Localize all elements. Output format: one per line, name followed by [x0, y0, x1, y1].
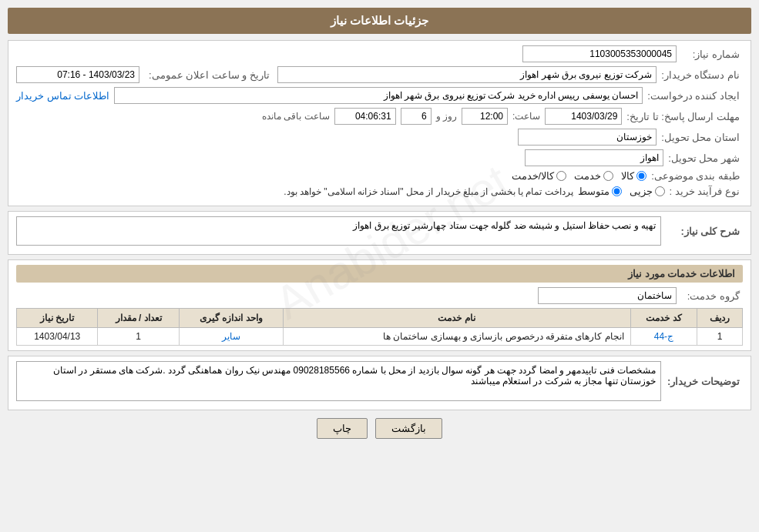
- col-quantity: تعداد / مقدار: [98, 309, 179, 328]
- services-section: اطلاعات خدمات مورد نیاز گروه خدمت: ردیف …: [8, 259, 751, 351]
- category-kala-khedmat[interactable]: کالا/خدمت: [512, 170, 567, 182]
- city-row: شهر محل تحویل:: [16, 149, 743, 166]
- category-kala-khedmat-label: کالا/خدمت: [512, 170, 555, 182]
- table-row: 1ج-44انجام کارهای متفرقه درخصوص بازسازی …: [17, 328, 743, 346]
- purchase-type-label: نوع فرآیند خرید :: [670, 186, 743, 197]
- deadline-remaining-label: ساعت باقی مانده: [262, 111, 330, 122]
- col-date: تاریخ نیاز: [17, 309, 98, 328]
- print-button[interactable]: چاپ: [317, 418, 368, 439]
- table-cell: 1403/04/13: [17, 328, 98, 346]
- col-row: ردیف: [697, 309, 743, 328]
- description-row: شرح کلی نیاز:: [16, 216, 743, 246]
- purchase-mottavaset-radio[interactable]: [612, 186, 622, 196]
- category-row: طبقه بندی موضوعی: کالا خدمت کالا/خدمت: [16, 170, 743, 182]
- services-table: ردیف کد خدمت نام خدمت واحد اندازه گیری ت…: [16, 308, 743, 346]
- deadline-days-input[interactable]: [401, 108, 432, 125]
- purchase-jozi[interactable]: جزیی: [630, 186, 665, 197]
- category-khedmat[interactable]: خدمت: [574, 170, 613, 182]
- col-unit: واحد اندازه گیری: [179, 309, 283, 328]
- category-label: طبقه بندی موضوعی:: [651, 170, 743, 182]
- page-title: جزئیات اطلاعات نیاز: [8, 8, 751, 34]
- deadline-date-input[interactable]: [545, 108, 622, 125]
- need-number-label: شماره نیاز:: [681, 49, 743, 60]
- deadline-time-label: ساعت:: [512, 111, 540, 122]
- deadline-label: مهلت ارسال پاسخ: تا تاریخ:: [626, 111, 743, 122]
- purchase-type-radio-group: جزیی متوسط: [578, 186, 665, 197]
- creator-input[interactable]: [114, 87, 643, 104]
- buyer-notes-section: توضیحات خریدار:: [8, 356, 751, 410]
- city-input[interactable]: [525, 149, 663, 166]
- table-cell: 1: [697, 328, 743, 346]
- deadline-remaining-input[interactable]: [334, 108, 396, 125]
- date-input[interactable]: [16, 66, 139, 83]
- purchase-jozi-label: جزیی: [630, 186, 653, 197]
- buyer-notes-row: توضیحات خریدار:: [16, 361, 743, 401]
- service-group-input[interactable]: [538, 287, 677, 304]
- date-label: تاریخ و ساعت اعلان عمومی:: [144, 69, 273, 81]
- contact-link[interactable]: اطلاعات تماس خریدار: [16, 90, 109, 102]
- buyer-input[interactable]: [277, 66, 657, 83]
- creator-row: ایجاد کننده درخواست: اطلاعات تماس خریدار: [16, 87, 743, 104]
- main-info-section: شماره نیاز: نام دستگاه خریدار: تاریخ و س…: [8, 40, 751, 206]
- category-khedmat-label: خدمت: [574, 170, 601, 182]
- description-textarea[interactable]: [16, 216, 661, 246]
- need-number-row: شماره نیاز:: [16, 45, 743, 62]
- service-group-label: گروه خدمت:: [681, 290, 743, 302]
- category-kala-khedmat-radio[interactable]: [556, 171, 566, 181]
- table-cell: سایر: [179, 328, 283, 346]
- description-section: شرح کلی نیاز:: [8, 211, 751, 255]
- table-cell: 1: [98, 328, 179, 346]
- table-cell: انجام کارهای متفرقه درخصوص بازسازی و بهس…: [283, 328, 630, 346]
- col-name: نام خدمت: [283, 309, 630, 328]
- col-code: کد خدمت: [630, 309, 697, 328]
- city-label: شهر محل تحویل:: [668, 152, 743, 164]
- back-button[interactable]: بازگشت: [375, 418, 442, 439]
- deadline-row: مهلت ارسال پاسخ: تا تاریخ: ساعت: روز و س…: [16, 108, 743, 125]
- need-number-input[interactable]: [522, 45, 677, 62]
- category-radio-group: کالا خدمت کالا/خدمت: [512, 170, 647, 182]
- purchase-type-note: پرداخت تمام یا بخشی از مبلغ خریدار از مح…: [284, 186, 573, 197]
- buyer-notes-header: توضیحات خریدار:: [666, 376, 743, 387]
- deadline-days-label: روز و: [436, 111, 457, 122]
- province-label: استان محل تحویل:: [661, 132, 743, 143]
- province-input[interactable]: [518, 129, 657, 146]
- service-group-row: گروه خدمت:: [16, 287, 743, 304]
- category-kala-label: کالا: [621, 170, 634, 182]
- buttons-row: بازگشت چاپ: [8, 418, 751, 439]
- deadline-time-input[interactable]: [462, 108, 508, 125]
- category-khedmat-radio[interactable]: [603, 171, 613, 181]
- buyer-notes-textarea[interactable]: [16, 361, 661, 401]
- table-cell: ج-44: [630, 328, 697, 346]
- description-header: شرح کلی نیاز:: [666, 226, 743, 237]
- category-kala-radio[interactable]: [636, 171, 646, 181]
- purchase-jozi-radio[interactable]: [655, 186, 665, 196]
- category-kala[interactable]: کالا: [621, 170, 646, 182]
- services-header: اطلاعات خدمات مورد نیاز: [16, 265, 743, 283]
- creator-label: ایجاد کننده درخواست:: [647, 90, 743, 102]
- province-row: استان محل تحویل:: [16, 129, 743, 146]
- purchase-type-row: نوع فرآیند خرید : جزیی متوسط پرداخت تمام…: [16, 186, 743, 197]
- purchase-mottavaset-label: متوسط: [578, 186, 610, 197]
- table-header-row: ردیف کد خدمت نام خدمت واحد اندازه گیری ت…: [17, 309, 743, 328]
- buyer-label: نام دستگاه خریدار:: [661, 69, 743, 81]
- date-buyer-row: نام دستگاه خریدار: تاریخ و ساعت اعلان عم…: [16, 66, 743, 83]
- purchase-mottavaset[interactable]: متوسط: [578, 186, 622, 197]
